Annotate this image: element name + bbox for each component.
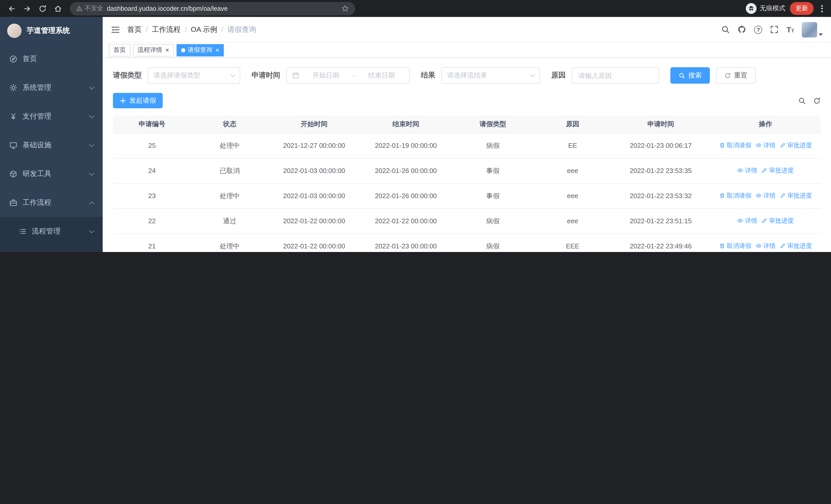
date-separator: - (353, 71, 355, 79)
leave-type-label: 请假类型 (113, 71, 142, 80)
tab-label: 请假查询 (188, 46, 212, 54)
trash-icon (719, 193, 725, 199)
filter-bar: 请假类型 请选择请假类型 申请时间 开始日期 - 结束日期 (113, 67, 821, 84)
action-cancel-link[interactable]: 取消请假 (719, 141, 751, 150)
tab-process-detail[interactable]: 流程详情 × (133, 44, 174, 56)
table-refresh-icon[interactable] (813, 97, 821, 105)
sidebar-item-payment[interactable]: 支付管理 (0, 102, 103, 131)
security-warning[interactable]: 不安全 (76, 4, 103, 13)
cell-start: 2022-01-22 00:00:00 (268, 208, 360, 234)
browser-menu-icon[interactable] (818, 3, 826, 14)
apply-time-range-picker[interactable]: 开始日期 - 结束日期 (286, 67, 409, 84)
dashboard-icon (9, 55, 18, 63)
reason-label: 原因 (551, 71, 566, 80)
cube-icon (9, 170, 18, 178)
action-progress-link[interactable]: 审批进度 (780, 141, 812, 150)
action-detail-link[interactable]: 详情 (737, 166, 757, 175)
address-bar[interactable]: 不安全 dashboard.yudao.iocoder.cn/bpm/oa/le… (70, 2, 355, 15)
trash-icon (719, 243, 725, 249)
yen-icon (9, 112, 18, 121)
action-cancel-link[interactable]: 取消请假 (719, 191, 751, 200)
chevron-down-icon (89, 171, 94, 176)
breadcrumb-item[interactable]: 首页 (127, 25, 152, 34)
pen-icon (780, 193, 786, 199)
reason-input[interactable] (577, 71, 653, 80)
action-progress-link[interactable]: 审批进度 (762, 166, 794, 175)
table-search-icon[interactable] (798, 97, 806, 105)
table-header-row: 申请编号状态开始时间结束时间请假类型原因申请时间操作 (113, 116, 821, 133)
end-date-placeholder: 结束日期 (359, 71, 404, 80)
create-leave-button[interactable]: 发起请假 (113, 93, 163, 108)
sidebar-item-task-mgmt[interactable]: 任务管理 (0, 246, 103, 252)
tab-leave-query[interactable]: 请假查询 × (176, 44, 224, 56)
chevron-down-icon (230, 72, 235, 77)
reset-button[interactable]: 重置 (716, 67, 755, 84)
action-progress-link[interactable]: 审批进度 (780, 242, 812, 250)
incognito-icon (746, 3, 756, 14)
close-icon[interactable]: × (165, 47, 169, 53)
table-row: 22通过2022-01-22 00:00:002022-01-22 00:00:… (113, 208, 821, 234)
tab-home[interactable]: 首页 (109, 44, 131, 56)
leave-type-select[interactable]: 请选择请假类型 (148, 67, 240, 84)
sidebar-item-process-mgmt[interactable]: 流程管理 (0, 217, 103, 246)
avatar[interactable] (802, 22, 817, 37)
action-detail-link[interactable]: 详情 (755, 242, 776, 250)
column-header: 原因 (534, 116, 611, 133)
breadcrumb-item-current: 请假查询 (227, 25, 256, 34)
list-icon (19, 227, 27, 236)
close-icon[interactable]: × (215, 47, 219, 53)
cell-start: 2022-01-03 00:00:00 (268, 158, 360, 183)
sidebar-item-home[interactable]: 首页 (0, 45, 103, 73)
sidebar-item-devtools[interactable]: 研发工具 (0, 159, 103, 188)
action-detail-link[interactable]: 详情 (755, 141, 776, 150)
browser-back-button[interactable] (5, 2, 19, 15)
search-button[interactable]: 搜索 (670, 67, 710, 84)
sidebar-item-label: 支付管理 (23, 112, 51, 121)
cell-end: 2022-01-26 00:00:00 (360, 158, 452, 183)
create-leave-label: 发起请假 (130, 96, 156, 105)
result-select[interactable]: 请选择流结果 (441, 67, 540, 84)
github-icon[interactable] (738, 25, 747, 34)
result-label: 结果 (421, 71, 435, 80)
sidebar-collapse-icon[interactable] (111, 25, 120, 34)
search-icon[interactable] (721, 25, 730, 34)
cell-reason: eee (534, 158, 611, 183)
sidebar-item-system[interactable]: 系统管理 (0, 73, 103, 102)
browser-reload-button[interactable] (36, 2, 49, 15)
chevron-down-icon (89, 84, 94, 90)
screen: 不安全 dashboard.yudao.iocoder.cn/bpm/oa/le… (0, 0, 831, 252)
font-size-icon[interactable] (786, 26, 794, 33)
security-warning-label: 不安全 (85, 4, 103, 13)
cell-id: 24 (113, 158, 191, 183)
cell-start: 2022-01-03 00:00:00 (268, 183, 360, 208)
browser-update-button[interactable]: 更新 (790, 2, 813, 15)
sidebar-item-workflow[interactable]: 工作流程 (0, 188, 103, 217)
logo: 芋道管理系统 (0, 17, 103, 45)
tab-label: 首页 (113, 46, 126, 54)
action-cancel-link[interactable]: 取消请假 (719, 242, 751, 250)
reason-input-wrap (572, 67, 659, 84)
eye-icon (755, 243, 762, 249)
action-progress-link[interactable]: 审批进度 (780, 191, 812, 200)
sidebar-item-label: 基础设施 (23, 141, 51, 150)
sidebar-item-infra[interactable]: 基础设施 (0, 131, 103, 159)
action-progress-link[interactable]: 审批进度 (762, 216, 794, 225)
browser-forward-button[interactable] (21, 2, 34, 15)
cell-applied: 2022-01-23 00:06:17 (611, 133, 710, 158)
search-icon (679, 72, 685, 79)
breadcrumb-item[interactable]: OA 示例 (191, 25, 228, 34)
refresh-icon (724, 72, 731, 79)
fullscreen-icon[interactable] (770, 25, 779, 34)
bookmark-star-icon[interactable] (341, 5, 349, 12)
breadcrumb-item[interactable]: 工作流程 (152, 25, 191, 34)
search-button-label: 搜索 (688, 71, 701, 80)
action-detail-link[interactable]: 详情 (737, 216, 757, 225)
eye-icon (737, 168, 744, 174)
action-detail-link[interactable]: 详情 (755, 191, 776, 200)
cell-status: 通过 (191, 208, 268, 234)
user-menu[interactable] (802, 22, 823, 37)
cell-id: 23 (113, 183, 191, 208)
select-placeholder: 请选择流结果 (447, 71, 487, 80)
browser-home-button[interactable] (51, 2, 65, 15)
help-icon[interactable] (754, 25, 763, 34)
